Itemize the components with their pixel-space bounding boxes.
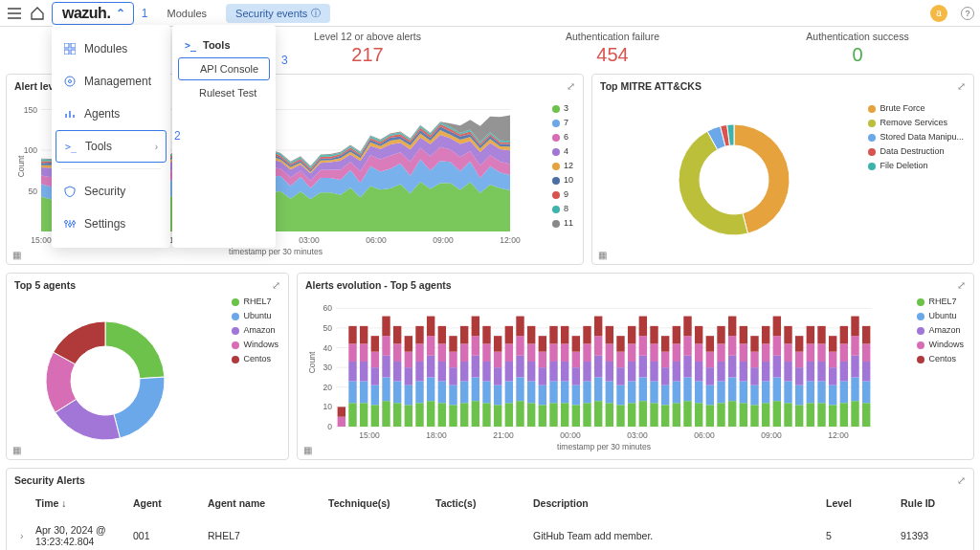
svg-rect-235 [762,403,769,427]
svg-text:09:00: 09:00 [761,430,782,440]
help-icon[interactable]: ? [961,7,974,20]
expand-icon[interactable]: ⤢ [567,80,575,93]
svg-rect-215 [717,403,724,427]
svg-rect-135 [539,405,546,427]
svg-rect-109 [472,317,479,337]
svg-rect-142 [549,362,557,382]
menu-item-agents[interactable]: Agents [52,98,170,130]
svg-rect-249 [784,326,791,344]
svg-rect-89 [427,317,434,337]
table-icon[interactable]: ▦ [303,445,312,455]
svg-point-8 [69,80,72,83]
svg-rect-154 [572,336,580,351]
svg-rect-260 [817,403,825,427]
svg-text:150: 150 [24,105,37,115]
breadcrumb-modules[interactable]: Modules [158,5,217,22]
svg-rect-49 [338,407,345,416]
svg-text:Count: Count [16,155,26,177]
menu-item-management[interactable]: Management [52,65,170,98]
svg-rect-95 [449,405,457,427]
svg-rect-207 [695,362,702,382]
svg-rect-243 [773,336,781,356]
svg-rect-228 [740,343,747,362]
main-menu-level1: Modules Management Agents >_ Tools › Sec… [52,25,170,248]
expand-icon[interactable]: ⤢ [957,474,966,487]
svg-rect-84 [415,326,423,344]
svg-rect-133 [527,343,535,362]
svg-text:40: 40 [323,343,333,353]
svg-rect-82 [415,362,423,382]
expand-icon[interactable]: ⤢ [272,279,280,292]
svg-rect-229 [740,326,747,344]
svg-rect-67 [382,356,390,378]
svg-rect-76 [405,385,412,406]
svg-rect-5 [64,50,69,55]
svg-rect-257 [807,362,814,382]
svg-rect-181 [639,377,647,401]
expand-row-icon[interactable]: › [16,517,30,550]
svg-rect-248 [784,343,791,362]
table-icon[interactable]: ▦ [598,250,607,260]
expand-icon[interactable]: ⤢ [957,279,966,292]
svg-rect-258 [807,343,814,362]
svg-rect-168 [606,343,613,362]
menu-item-security[interactable]: Security [52,175,170,208]
svg-rect-62 [371,367,379,385]
svg-rect-149 [561,326,568,344]
avatar[interactable]: a [930,5,947,22]
svg-rect-266 [829,385,836,406]
prompt-icon: >_ [184,38,197,52]
svg-rect-71 [393,382,401,404]
breadcrumb-security-events[interactable]: Security events ⓘ [226,4,330,23]
svg-rect-273 [840,343,848,362]
svg-rect-108 [472,336,479,356]
menu-item-settings[interactable]: Settings [52,208,170,240]
svg-text:12:00: 12:00 [500,235,521,245]
expand-icon[interactable]: ⤢ [957,80,966,93]
svg-rect-167 [606,362,613,382]
svg-rect-270 [840,403,848,427]
svg-rect-173 [616,352,624,367]
menu-item-tools[interactable]: >_ Tools › [56,130,167,163]
svg-rect-220 [728,401,736,427]
svg-rect-124 [505,326,513,344]
svg-rect-197 [673,362,680,382]
panel-title: Security Alerts [14,474,966,486]
chart-donut-mitre [600,96,839,258]
svg-rect-262 [817,362,825,382]
alerts-table: Time ↓AgentAgent nameTechnique(s)Tactic(… [14,490,966,550]
table-icon[interactable]: ▦ [12,250,21,260]
svg-rect-194 [661,336,669,351]
svg-text:15:00: 15:00 [31,235,52,245]
svg-rect-129 [516,317,523,337]
svg-rect-90 [438,403,446,427]
svg-rect-110 [482,403,490,427]
svg-rect-246 [784,382,791,404]
agent-link[interactable]: 001 [129,517,202,550]
menu-item-modules[interactable]: Modules [52,33,170,65]
table-icon[interactable]: ▦ [12,445,21,455]
hamburger-icon[interactable] [6,5,23,22]
svg-rect-242 [773,356,781,378]
annotation-3: 3 [281,54,288,67]
svg-rect-131 [527,382,535,404]
svg-rect-247 [784,362,791,382]
svg-rect-120 [505,403,513,427]
svg-rect-238 [762,343,769,362]
panel-security-alerts: Security Alerts ⤢ Time ↓AgentAgent nameT… [6,468,974,550]
svg-rect-211 [706,385,714,406]
submenu-ruleset-test[interactable]: Ruleset Test [172,80,276,105]
logo-dropdown[interactable]: wazuh. ⌃ [52,2,134,25]
svg-text:06:00: 06:00 [694,430,715,440]
table-row[interactable]: › Apr 30, 2024 @ 13:23:42.804 001 RHEL7 … [16,517,964,550]
svg-rect-223 [728,336,736,356]
chevron-up-icon: ⌃ [116,7,125,20]
svg-point-7 [65,77,75,86]
kpi-auth-success: Authentication success 0 [735,31,980,66]
svg-rect-143 [549,343,557,362]
svg-rect-225 [740,403,747,427]
home-icon[interactable] [29,5,46,22]
svg-rect-141 [549,382,557,404]
rule-link[interactable]: 91393 [897,517,964,550]
submenu-api-console[interactable]: API Console [178,57,270,80]
